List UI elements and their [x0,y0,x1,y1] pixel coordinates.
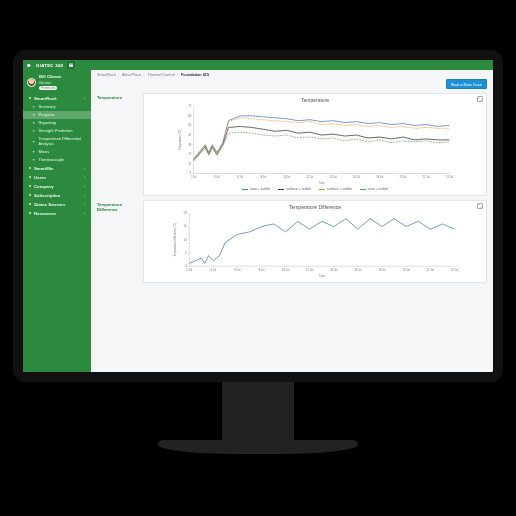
panel-label-temperature: Temperature [97,93,139,196]
expand-icon[interactable] [477,203,483,209]
svg-text:12 Jul: 12 Jul [306,175,313,179]
nav-item-thermocouple[interactable]: Thermocouple [23,156,91,164]
project-icon [28,96,32,100]
mixes-icon [32,150,36,154]
svg-point-10 [29,185,31,187]
svg-text:8 Jul: 8 Jul [261,175,267,179]
panel-label-difference: Temperature Difference [97,200,139,283]
svg-point-6 [33,151,35,153]
nav: SmartRockSummaryProgressReportingStrengt… [23,94,91,218]
avatar [27,78,36,87]
svg-text:0: 0 [190,171,192,175]
svg-text:4 Jul: 4 Jul [214,175,220,179]
nav-heading-giatec-sensors[interactable]: Giatec Sensors [23,200,91,209]
new-case-button[interactable]: Start a New Case [446,79,487,89]
svg-text:24 Jul: 24 Jul [446,175,453,179]
svg-text:6 Jul: 6 Jul [235,268,241,272]
page-actions: Start a New Case [91,77,493,89]
nav-heading-smartmix[interactable]: SmartMix [23,164,91,173]
svg-point-8 [29,167,31,169]
temperature-chart[interactable]: 0102030405060702 Jul4 Jul6 Jul8 Jul10 Ju… [148,103,482,185]
resources-icon [28,211,32,215]
menu-toggle-button[interactable] [67,61,75,69]
nav-item-strength-prediction[interactable]: Strength Prediction [23,127,91,135]
nav-item-temperature-differential-analysis[interactable]: Temperature Differential Analysis [23,135,91,148]
svg-text:4 Jul: 4 Jul [210,268,216,272]
nav-item-summary[interactable]: Summary [23,103,91,111]
reporting-icon [32,121,36,125]
svg-text:18 Jul: 18 Jul [376,175,383,179]
monitor-stand-base [158,440,358,454]
svg-text:0: 0 [185,264,187,268]
svg-point-0 [29,97,31,99]
svg-text:15: 15 [184,224,188,228]
svg-text:14 Jul: 14 Jul [330,268,338,272]
svg-point-7 [33,159,35,161]
svg-point-5 [33,141,35,143]
topbar: GIATEC 360 [23,60,493,70]
svg-text:14 Jul: 14 Jul [330,175,337,179]
svg-point-3 [33,122,35,124]
svg-text:10: 10 [188,162,191,166]
monitor-bezel: GIATEC 360 Bill Climan Giatec Premium Sm… [13,50,503,382]
svg-text:10: 10 [184,238,188,242]
svg-text:30: 30 [188,143,191,147]
nav-heading-resources[interactable]: Resources [23,209,91,218]
nav-heading-company[interactable]: Company [23,182,91,191]
legend-item: core + tcable [360,187,388,191]
temperature-row: Temperature Temperature 0102030405060702… [91,89,493,196]
billing-icon [28,193,32,197]
svg-point-12 [29,203,31,205]
svg-point-13 [29,212,31,214]
nav-item-reporting[interactable]: Reporting [23,119,91,127]
nav-heading-users[interactable]: Users [23,173,91,182]
svg-text:22 Jul: 22 Jul [423,175,430,179]
svg-text:Temperature Difference (°C): Temperature Difference (°C) [173,223,177,257]
svg-text:40: 40 [188,133,191,137]
svg-text:12 Jul: 12 Jul [306,268,314,272]
svg-text:20 Jul: 20 Jul [403,268,411,272]
svg-point-9 [29,176,31,178]
company-icon [28,184,32,188]
monitor-mockup: GIATEC 360 Bill Climan Giatec Premium Sm… [13,50,503,454]
main-content: SmartRock› Alma Place› Thermal Control› … [91,70,493,372]
user-company: Giatec [39,80,61,85]
user-role-badge: Premium [39,86,57,90]
svg-text:10 Jul: 10 Jul [283,175,290,179]
overview-icon [32,105,36,109]
hamburger-icon [69,65,73,66]
breadcrumb: SmartRock› Alma Place› Thermal Control› … [91,70,493,77]
monitor-stand-neck [222,382,294,440]
progress-icon [32,113,36,117]
nav-item-mixes[interactable]: Mixes [23,148,91,156]
svg-text:16 Jul: 16 Jul [354,268,362,272]
svg-text:16 Jul: 16 Jul [353,175,360,179]
strength-icon [32,129,36,133]
svg-text:2 Jul: 2 Jul [186,268,192,272]
svg-text:Time: Time [319,181,325,185]
mix-icon [28,166,32,170]
nav-heading-smartrock[interactable]: SmartRock [23,94,91,103]
difference-chart[interactable]: 051015202 Jul4 Jul6 Jul8 Jul10 Jul12 Jul… [148,210,482,278]
sidebar: Bill Climan Giatec Premium SmartRockSumm… [23,70,91,372]
legend-item: core + tcable [242,187,270,191]
user-block[interactable]: Bill Climan Giatec Premium [23,73,91,94]
temperature-legend: core + tcablesurface + tcablesurface + t… [148,187,482,191]
svg-text:5: 5 [185,251,187,255]
svg-text:50: 50 [188,123,191,127]
svg-text:Temperature (°C): Temperature (°C) [178,130,182,150]
svg-point-1 [33,106,35,108]
sensors-icon [28,202,32,206]
nav-item-progress[interactable]: Progress [23,111,91,119]
users-icon [28,175,32,179]
logo-icon [26,61,33,68]
nav-heading-subscription[interactable]: Subscription [23,191,91,200]
expand-icon[interactable] [477,96,483,102]
svg-text:70: 70 [188,104,191,108]
svg-text:2 Jul: 2 Jul [191,175,197,179]
temperature-chart-card: Temperature 0102030405060702 Jul4 Jul6 J… [143,93,487,196]
svg-text:10 Jul: 10 Jul [282,268,290,272]
temperature-icon [32,139,36,143]
app-screen: GIATEC 360 Bill Climan Giatec Premium Sm… [23,60,493,372]
svg-text:20: 20 [188,152,191,156]
